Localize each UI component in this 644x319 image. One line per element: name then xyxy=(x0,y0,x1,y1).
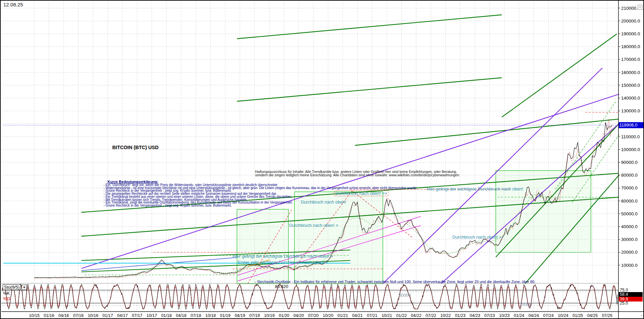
x-axis-label: 01/22 xyxy=(396,313,407,318)
minimize-icon[interactable]: − xyxy=(638,5,643,10)
x-axis-label: 10/23 xyxy=(499,313,510,318)
trend-line xyxy=(441,108,636,284)
oscillator-level-tag: 25.0 xyxy=(619,301,643,306)
x-axis-label: 04/16 xyxy=(58,313,69,318)
trend-line xyxy=(355,119,618,145)
x-axis-label: 04/20 xyxy=(293,313,304,318)
price-tick-label: 20000.0 xyxy=(621,250,638,255)
inline-value-label: 20000 xyxy=(520,302,532,307)
x-axis-label: 01/24 xyxy=(514,313,524,318)
x-axis-label: 01/20 xyxy=(279,313,289,318)
price-tick-label: 190000.0 xyxy=(621,31,640,36)
x-axis-label: 10/24 xyxy=(558,313,568,318)
price-tick-label: 40000.0 xyxy=(621,224,638,229)
price-tick-label: 160000.0 xyxy=(621,70,640,75)
price-tick-label: 140000.0 xyxy=(621,96,640,101)
x-axis-label: 07/25 xyxy=(602,313,612,318)
stochastic-indicator-label[interactable]: Sto(9/5) xyxy=(3,284,21,290)
x-axis-label: 01/18 xyxy=(161,313,172,318)
x-axis-label: 07/16 xyxy=(73,313,83,318)
x-axis-label: 07/17 xyxy=(132,313,142,318)
x-axis-label: 10/22 xyxy=(440,313,451,318)
breakout-annotation[interactable]: Hier gelingt der wichtigste Durchbruch n… xyxy=(233,254,333,259)
x-axis-label: 07/19 xyxy=(249,313,260,318)
price-tick-label: 200000.0 xyxy=(621,19,640,24)
x-axis-label: 01/17 xyxy=(103,313,113,318)
breakout-annotation[interactable]: Erster sehr wichtiger Durchbruch nach ob… xyxy=(238,260,328,265)
x-axis-label: 10/17 xyxy=(147,313,157,318)
percent-d-label: %D xyxy=(3,296,10,301)
x-axis-label: 01/16 xyxy=(44,313,54,318)
chart-date-label: 12.08.25 xyxy=(3,2,23,7)
x-axis-label: 07/18 xyxy=(191,313,201,318)
inline-value-label: 60000 xyxy=(399,293,411,298)
price-tick-label: 10000.0 xyxy=(621,263,638,268)
x-axis-label: 10/15 xyxy=(29,313,39,318)
breakout-annotation[interactable]: Durchbruch nach oben! >> xyxy=(334,190,389,196)
price-tick-label: 110000.0 xyxy=(621,134,640,139)
price-tick-label: 70000.0 xyxy=(621,185,638,190)
price-tick-label: 180000.0 xyxy=(621,44,640,49)
x-axis-label: 04/18 xyxy=(176,313,186,318)
trend-line xyxy=(237,78,502,101)
breakout-annotation[interactable]: Hier gelingt der wichtigste Durchbruch n… xyxy=(427,186,523,191)
x-axis-label: 07/21 xyxy=(367,313,377,318)
x-axis-label: 10/21 xyxy=(381,313,392,318)
x-axis-label: 10/19 xyxy=(264,313,275,318)
breakout-annotation[interactable]: Durchbruch nach oben! > xyxy=(289,223,338,228)
x-axis-label: 04/17 xyxy=(117,313,128,318)
x-axis-label: 10/18 xyxy=(205,313,216,318)
price-tick-label: 150000.0 xyxy=(621,83,640,88)
price-tick-label: 50000.0 xyxy=(621,211,638,216)
x-axis-label: 04/21 xyxy=(352,313,363,318)
price-tick-label: 170000.0 xyxy=(621,57,640,62)
x-axis-label: 01/19 xyxy=(220,313,230,318)
price-tick-label: 80000.0 xyxy=(621,173,638,178)
price-tick-label: 60000.0 xyxy=(621,199,638,204)
scenario-rectangle xyxy=(237,209,288,284)
symbol-title: BITCOIN (BTC) USD xyxy=(112,145,159,150)
explanation-line: - Grüne Rechteck in der Vergangenheit - … xyxy=(104,204,417,207)
inline-value-label: 80.420 xyxy=(275,284,288,289)
x-axis-end-dash: - xyxy=(641,313,642,318)
x-axis-label: 04/22 xyxy=(411,313,421,318)
x-axis-label: 04/19 xyxy=(235,313,245,318)
price-tick-label: 130000.0 xyxy=(621,108,640,113)
x-axis-label: 07/20 xyxy=(308,313,319,318)
price-tick-label: 210000.0 xyxy=(621,6,640,11)
breakout-annotation[interactable]: Durchbruch nach oben! xyxy=(301,200,346,205)
chart-window: 210000.0200000.0190000.0180000.0170000.0… xyxy=(0,0,644,319)
price-tick-label: 30000.0 xyxy=(621,237,638,242)
x-axis-label: 10/16 xyxy=(88,313,98,318)
x-axis-label: 01/21 xyxy=(337,313,348,318)
x-axis-label: 07/22 xyxy=(426,313,436,318)
oscillator-level-tag: 58.4 xyxy=(619,292,643,297)
x-axis-label: 04/24 xyxy=(528,313,539,318)
percent-k-label: %K xyxy=(3,291,10,296)
x-axis-label: 04/25 xyxy=(587,313,598,318)
x-axis-label: 01/23 xyxy=(455,313,466,318)
price-tick-label: 90000.0 xyxy=(621,160,638,165)
x-axis-label: 10/20 xyxy=(323,313,333,318)
disclaimer-block: Haftungsausschluss für Inhalte: Alle Tre… xyxy=(255,170,459,177)
add-indicator-icon[interactable]: + xyxy=(22,285,27,290)
breakout-annotation[interactable]: Durchbruch nach oben! > xyxy=(452,235,501,240)
price-tick-label: 100000.0 xyxy=(621,147,640,152)
x-axis-label: 07/23 xyxy=(484,313,495,318)
current-price-tag: 118906.0 xyxy=(619,122,644,128)
x-axis-label: 01/25 xyxy=(572,313,583,318)
x-axis-label: 07/24 xyxy=(543,313,554,318)
trend-line xyxy=(237,15,502,39)
oscillator-description: - Stochastik-Oszillator - Ein Indikator … xyxy=(255,280,535,284)
x-axis-label: 04/23 xyxy=(470,313,480,318)
price-chart-canvas: 210000.0200000.0190000.0180000.0170000.0… xyxy=(1,1,644,319)
scenario-rectangle xyxy=(496,171,591,252)
disclaimer-line: sondern die zeigen lediglich meine Einsc… xyxy=(255,174,459,177)
